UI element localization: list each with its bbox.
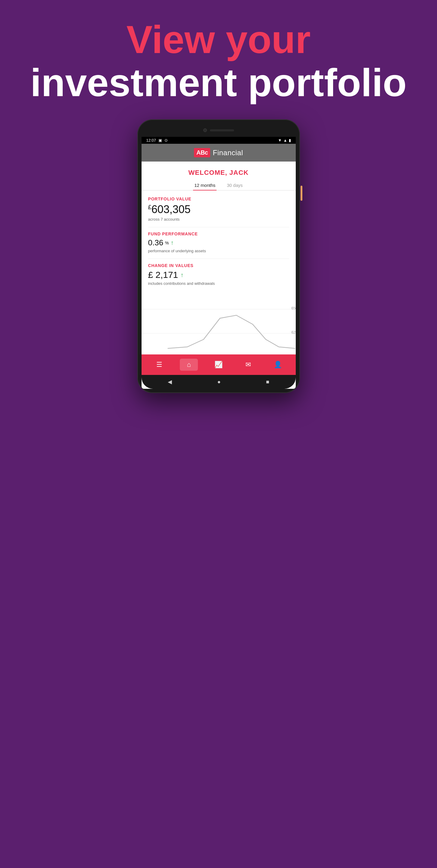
phone-camera-area bbox=[141, 125, 296, 135]
portfolio-value-section: PORTFOLIO VALUE £603,305 across 7 accoun… bbox=[148, 196, 289, 221]
portfolio-label: PORTFOLIO VALUE bbox=[148, 196, 289, 201]
wifi-icon: ▼ bbox=[278, 138, 282, 143]
android-back[interactable]: ◀ bbox=[168, 378, 172, 385]
app-header: ABc Financial bbox=[141, 144, 296, 161]
chart-label-650k: 650k bbox=[291, 306, 296, 310]
tab-12-months[interactable]: 12 months bbox=[193, 180, 216, 190]
home-icon: ⌂ bbox=[187, 361, 191, 369]
portfolio-currency: £ bbox=[148, 204, 152, 210]
fund-value: 0.36% ↑ bbox=[148, 238, 289, 247]
nav-menu[interactable]: ☰ bbox=[150, 359, 168, 371]
portfolio-chart bbox=[141, 300, 296, 354]
chart-area: 650k 625k bbox=[141, 300, 296, 354]
change-value: £2,171 ↑ bbox=[148, 270, 289, 280]
target-icon: ⊙ bbox=[164, 138, 168, 143]
tab-30-days[interactable]: 30 days bbox=[226, 180, 244, 190]
power-button bbox=[301, 186, 302, 201]
bottom-navigation: ☰ ⌂ 📈 ✉ 👤 bbox=[141, 354, 296, 375]
hero-line2: investment portfolio bbox=[30, 61, 407, 104]
time-period-tabs: 12 months 30 days bbox=[141, 180, 296, 190]
hero-line1: View your bbox=[30, 18, 407, 61]
fund-trend-up-icon: ↑ bbox=[171, 239, 174, 246]
logo-badge: ABc bbox=[194, 148, 210, 157]
portfolio-sub-label: across 7 accounts bbox=[148, 217, 289, 221]
menu-icon: ☰ bbox=[156, 361, 162, 369]
divider-2 bbox=[148, 258, 289, 259]
percent-suffix: % bbox=[165, 241, 169, 245]
chart-label-625k: 625k bbox=[291, 330, 296, 335]
change-label: CHANGE IN VALUES bbox=[148, 263, 289, 268]
fund-sub-label: performance of underlying assets bbox=[148, 249, 289, 253]
change-values-section: CHANGE IN VALUES £2,171 ↑ includes contr… bbox=[148, 263, 289, 286]
nav-profile[interactable]: 👤 bbox=[269, 359, 287, 371]
chart-icon: 📈 bbox=[214, 361, 223, 369]
content-area: PORTFOLIO VALUE £603,305 across 7 accoun… bbox=[141, 190, 296, 297]
camera-dot bbox=[203, 128, 207, 132]
signal-icon: ▲ bbox=[283, 138, 287, 143]
welcome-section: WELCOME, JACK 12 months 30 days bbox=[141, 161, 296, 190]
speaker-bar bbox=[210, 129, 234, 131]
mail-icon: ✉ bbox=[245, 361, 251, 369]
fund-performance-section: FUND PERFORMANCE 0.36% ↑ performance of … bbox=[148, 231, 289, 253]
android-navigation: ◀ ● ■ bbox=[141, 375, 296, 389]
android-home[interactable]: ● bbox=[217, 379, 221, 385]
android-recent[interactable]: ■ bbox=[266, 379, 269, 385]
hero-section: View your investment portfolio bbox=[30, 18, 407, 104]
nav-home[interactable]: ⌂ bbox=[180, 359, 198, 371]
welcome-title: WELCOME, JACK bbox=[147, 169, 290, 177]
status-right: ▼ ▲ ▮ bbox=[278, 138, 291, 143]
status-left: 12:07 ▣ ⊙ bbox=[146, 138, 168, 143]
sim-icon: ▣ bbox=[159, 138, 162, 143]
nav-mail[interactable]: ✉ bbox=[239, 359, 257, 371]
portfolio-value: £603,305 bbox=[148, 203, 289, 216]
app-screen: ABc Financial WELCOME, JACK 12 months 30… bbox=[141, 144, 296, 389]
status-bar: 12:07 ▣ ⊙ ▼ ▲ ▮ bbox=[141, 137, 296, 144]
phone-mockup: 12:07 ▣ ⊙ ▼ ▲ ▮ ABc Financial WELCOME, J… bbox=[137, 119, 300, 393]
change-currency: £ bbox=[148, 270, 153, 280]
battery-icon: ▮ bbox=[289, 138, 291, 143]
profile-icon: 👤 bbox=[274, 361, 282, 369]
nav-chart[interactable]: 📈 bbox=[209, 359, 227, 371]
logo-text: Financial bbox=[213, 149, 243, 157]
change-sub-label: includes contributions and withdrawals bbox=[148, 281, 289, 286]
fund-label: FUND PERFORMANCE bbox=[148, 231, 289, 236]
change-trend-up-icon: ↑ bbox=[180, 272, 183, 278]
time-display: 12:07 bbox=[146, 138, 156, 143]
